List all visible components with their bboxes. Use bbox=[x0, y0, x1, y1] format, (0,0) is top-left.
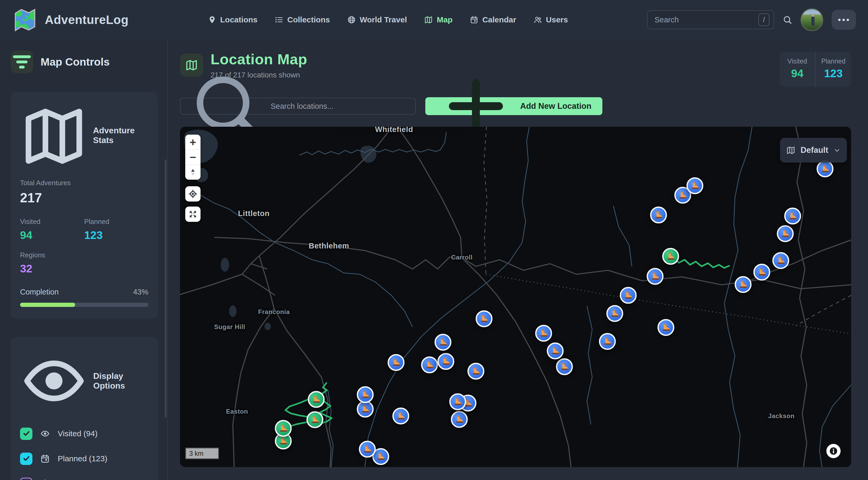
hiking-boot-icon bbox=[690, 181, 700, 190]
map-controls-header: Map Controls bbox=[10, 51, 158, 73]
map-marker-planned[interactable] bbox=[606, 305, 623, 322]
sidebar-scrollbar[interactable] bbox=[165, 159, 166, 418]
map-marker-planned[interactable] bbox=[772, 252, 789, 269]
badge-planned-value: 123 bbox=[815, 67, 851, 80]
fullscreen-button[interactable] bbox=[185, 206, 200, 222]
location-search-input[interactable] bbox=[271, 102, 409, 110]
total-adventures-value: 217 bbox=[20, 190, 148, 205]
checkbox-checked[interactable] bbox=[20, 453, 32, 465]
map-marker-planned[interactable] bbox=[421, 356, 438, 373]
map-marker-planned[interactable] bbox=[735, 276, 751, 293]
map-marker-planned[interactable] bbox=[357, 401, 374, 418]
map-marker-visited[interactable] bbox=[306, 411, 323, 428]
hiking-boot-icon bbox=[757, 267, 767, 277]
add-new-location-button[interactable]: Add New Location bbox=[425, 97, 602, 115]
map-marker-planned[interactable] bbox=[392, 408, 409, 424]
eye-icon bbox=[20, 347, 88, 415]
sidebar-title: Map Controls bbox=[40, 56, 110, 68]
hiking-boot-icon bbox=[623, 291, 633, 300]
map-marker-planned[interactable] bbox=[753, 264, 770, 281]
hiking-boot-icon bbox=[279, 424, 288, 433]
search-icon[interactable] bbox=[783, 15, 792, 25]
hiking-boot-icon bbox=[780, 229, 790, 238]
map-info-button[interactable] bbox=[826, 444, 841, 458]
hiking-boot-icon bbox=[471, 366, 480, 376]
display-option-planned-123[interactable]: Planned (123) bbox=[20, 453, 148, 465]
nav-item-world-travel[interactable]: World Travel bbox=[347, 15, 407, 24]
search-shortcut-badge: / bbox=[758, 13, 770, 26]
location-search[interactable] bbox=[180, 98, 416, 115]
checkbox-checked[interactable] bbox=[20, 427, 32, 440]
map-marker-planned[interactable] bbox=[547, 343, 564, 359]
app-logo-icon bbox=[12, 7, 38, 33]
global-search-input[interactable] bbox=[655, 15, 758, 24]
global-search[interactable]: / bbox=[647, 10, 774, 29]
display-option-label: Planned (123) bbox=[58, 454, 107, 463]
map-marker-planned[interactable] bbox=[357, 386, 374, 403]
display-option-visited-regions-32[interactable]: Visited Regions (32) bbox=[20, 478, 148, 480]
nav-item-users[interactable]: Users bbox=[534, 15, 568, 24]
map-marker-planned[interactable] bbox=[359, 441, 376, 458]
nav-item-collections[interactable]: Collections bbox=[275, 15, 330, 24]
hiking-boot-icon bbox=[361, 405, 370, 414]
map-marker-planned[interactable] bbox=[599, 333, 616, 350]
total-adventures-label: Total Adventures bbox=[20, 179, 148, 187]
map-marker-planned[interactable] bbox=[388, 354, 404, 371]
map-marker-planned[interactable] bbox=[777, 225, 794, 242]
map-canvas[interactable]: WhitefieldLittletonBethlehemCarrollFranc… bbox=[180, 127, 851, 467]
pin-icon bbox=[208, 15, 216, 24]
map-marker-planned[interactable] bbox=[657, 319, 674, 336]
map-marker-planned[interactable] bbox=[435, 334, 452, 351]
map-marker-planned[interactable] bbox=[556, 358, 573, 375]
nav-item-calendar[interactable]: Calendar bbox=[470, 15, 516, 24]
map-icon bbox=[20, 102, 88, 169]
completion-progressbar bbox=[20, 303, 148, 307]
map-marker-planned[interactable] bbox=[437, 353, 454, 370]
map-marker-planned[interactable] bbox=[650, 206, 667, 223]
hiking-boot-icon bbox=[661, 323, 671, 332]
regions-value: 32 bbox=[20, 262, 148, 275]
map-marker-planned[interactable] bbox=[817, 160, 834, 177]
map-marker-planned[interactable] bbox=[449, 393, 466, 410]
display-option-visited-94[interactable]: Visited (94) bbox=[20, 427, 148, 440]
map-marker-planned[interactable] bbox=[451, 411, 468, 428]
map-marker-planned[interactable] bbox=[647, 268, 663, 285]
navbar-right: / bbox=[647, 8, 856, 31]
info-icon bbox=[828, 446, 839, 456]
hiking-boot-icon bbox=[820, 164, 830, 173]
hiking-boot-icon bbox=[391, 358, 401, 367]
compass-button[interactable] bbox=[185, 165, 200, 180]
main-nav: LocationsCollectionsWorld TravelMapCalen… bbox=[208, 15, 568, 24]
nav-item-map[interactable]: Map bbox=[424, 15, 453, 24]
app-brand[interactable]: AdventureLog bbox=[12, 7, 129, 33]
map-marker-planned[interactable] bbox=[620, 287, 637, 304]
avatar[interactable] bbox=[801, 8, 823, 31]
hiking-boot-icon bbox=[654, 210, 663, 220]
map-marker-visited[interactable] bbox=[662, 248, 679, 265]
zoom-out-button[interactable]: − bbox=[185, 150, 200, 165]
more-menu-button[interactable] bbox=[832, 10, 856, 30]
map-marker-planned[interactable] bbox=[535, 325, 552, 342]
eye-icon bbox=[40, 429, 50, 438]
hiking-boot-icon bbox=[361, 390, 370, 399]
hiking-boot-icon bbox=[776, 256, 785, 265]
map-marker-planned[interactable] bbox=[784, 207, 801, 224]
locate-button[interactable] bbox=[185, 186, 200, 201]
hiking-boot-icon bbox=[479, 314, 489, 323]
top-navbar: AdventureLog LocationsCollectionsWorld T… bbox=[0, 0, 868, 39]
map-marker-visited[interactable] bbox=[275, 420, 292, 437]
hiking-boot-icon bbox=[650, 271, 660, 281]
map-marker-planned[interactable] bbox=[686, 177, 703, 194]
nav-item-locations[interactable]: Locations bbox=[208, 15, 258, 24]
map-marker-planned[interactable] bbox=[476, 310, 493, 327]
map-marker-planned[interactable] bbox=[467, 363, 484, 380]
zoom-in-button[interactable]: + bbox=[185, 135, 200, 150]
map-layer-selector[interactable]: Default bbox=[780, 138, 847, 163]
completion-progress-fill bbox=[20, 303, 75, 307]
checkbox-unchecked[interactable] bbox=[20, 478, 32, 480]
layer-selector-value: Default bbox=[801, 146, 828, 155]
list-icon bbox=[275, 15, 283, 24]
sidebar: Map Controls Adventure Stats Total Adven… bbox=[0, 39, 168, 480]
visited-label: Visited bbox=[20, 218, 84, 226]
map-marker-visited[interactable] bbox=[308, 391, 324, 408]
